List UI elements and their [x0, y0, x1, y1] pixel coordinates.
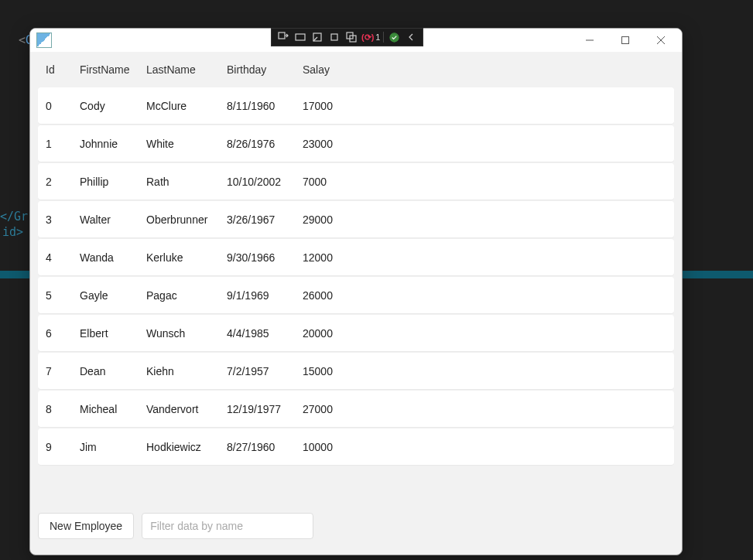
filter-input[interactable]: [142, 513, 313, 539]
cell-last: Kiehn: [146, 365, 227, 377]
collapse-toolbar-icon[interactable]: [402, 30, 419, 44]
col-header-firstname[interactable]: FirstName: [80, 63, 146, 76]
cell-salary: 27000: [303, 403, 365, 415]
toolbar-separator: [383, 32, 384, 43]
new-employee-button[interactable]: New Employee: [38, 513, 134, 539]
cell-birthday: 4/4/1985: [227, 327, 303, 340]
display-layout-icon[interactable]: [309, 30, 326, 44]
cell-salary: 7000: [303, 176, 365, 188]
svg-rect-1: [622, 37, 629, 44]
cell-salary: 10000: [303, 441, 365, 453]
cell-first: Elbert: [80, 327, 146, 340]
app-icon: [36, 32, 52, 48]
cell-salary: 20000: [303, 327, 365, 340]
table-row[interactable]: 5GaylePagac9/1/196926000: [38, 277, 674, 313]
vs-debug-toolbar[interactable]: (⟳)1: [271, 28, 423, 46]
maximize-button[interactable]: [608, 29, 643, 52]
col-header-id[interactable]: Id: [46, 63, 80, 76]
col-header-birthday[interactable]: Birthday: [227, 63, 303, 76]
svg-rect-4: [279, 32, 285, 39]
cell-last: Wunsch: [146, 327, 227, 340]
window-controls: [572, 29, 679, 52]
cell-birthday: 7/2/1957: [227, 365, 303, 377]
cell-first: Jim: [80, 441, 146, 453]
cell-salary: 17000: [303, 100, 365, 112]
cell-id: 9: [46, 441, 80, 453]
cell-birthday: 8/27/1960: [227, 441, 303, 453]
close-button[interactable]: [643, 29, 679, 52]
cell-last: Pagac: [146, 289, 227, 302]
svg-point-10: [390, 32, 399, 41]
svg-rect-7: [331, 34, 337, 40]
cell-id: 4: [46, 251, 80, 264]
cell-id: 5: [46, 289, 80, 302]
cell-id: 2: [46, 176, 80, 188]
cell-id: 7: [46, 365, 80, 377]
cell-birthday: 3/26/1967: [227, 213, 303, 226]
cell-salary: 12000: [303, 251, 365, 264]
table-row[interactable]: 4WandaKerluke9/30/196612000: [38, 239, 674, 275]
cell-birthday: 9/30/1966: [227, 251, 303, 264]
employee-table: Id FirstName LastName Birthday Salay 0Co…: [38, 52, 674, 466]
table-row[interactable]: 7DeanKiehn7/2/195715000: [38, 353, 674, 389]
table-row[interactable]: 8MichealVandervort12/19/197727000: [38, 391, 674, 427]
cell-first: Gayle: [80, 289, 146, 302]
cell-first: Wanda: [80, 251, 146, 264]
table-row[interactable]: 9JimHodkiewicz8/27/196010000: [38, 429, 674, 465]
svg-rect-5: [296, 34, 305, 40]
table-row[interactable]: 0CodyMcClure8/11/196017000: [38, 87, 674, 124]
cell-salary: 29000: [303, 213, 365, 226]
table-row[interactable]: 3WalterOberbrunner3/26/196729000: [38, 201, 674, 237]
cell-first: Cody: [80, 100, 146, 112]
toggle-selection-icon[interactable]: [343, 30, 360, 44]
cell-birthday: 9/1/1969: [227, 289, 303, 302]
cell-first: Johnnie: [80, 138, 146, 150]
cell-last: Kerluke: [146, 251, 227, 264]
cell-first: Phillip: [80, 176, 146, 188]
cell-first: Walter: [80, 213, 146, 226]
cell-id: 6: [46, 327, 80, 340]
col-header-lastname[interactable]: LastName: [146, 63, 227, 76]
cell-last: White: [146, 138, 227, 150]
cell-last: Rath: [146, 176, 227, 188]
cell-salary: 15000: [303, 365, 365, 377]
table-header-row: Id FirstName LastName Birthday Salay: [38, 52, 674, 87]
cell-last: McClure: [146, 100, 227, 112]
app-window: Id FirstName LastName Birthday Salay 0Co…: [29, 28, 683, 555]
table-row[interactable]: 6ElbertWunsch4/4/198520000: [38, 315, 674, 351]
cell-last: Oberbrunner: [146, 213, 227, 226]
cell-first: Dean: [80, 365, 146, 377]
bottom-bar: New Employee: [30, 504, 682, 555]
cell-id: 8: [46, 403, 80, 415]
cell-last: Hodkiewicz: [146, 441, 227, 453]
cell-birthday: 10/10/2002: [227, 176, 303, 188]
select-element-icon[interactable]: [292, 30, 309, 44]
track-focus-icon[interactable]: [326, 30, 343, 44]
cell-id: 1: [46, 138, 80, 150]
cell-salary: 23000: [303, 138, 365, 150]
live-visual-tree-icon[interactable]: [275, 30, 292, 44]
cell-last: Vandervort: [146, 403, 227, 415]
table-row[interactable]: 1JohnnieWhite8/26/197623000: [38, 125, 674, 162]
col-header-salary[interactable]: Salay: [303, 63, 365, 76]
cell-id: 3: [46, 213, 80, 226]
content-area: Id FirstName LastName Birthday Salay 0Co…: [30, 52, 682, 504]
status-ok-icon[interactable]: [385, 30, 402, 44]
minimize-button[interactable]: [572, 29, 608, 52]
table-body: 0CodyMcClure8/11/1960170001JohnnieWhite8…: [38, 87, 674, 466]
cell-birthday: 12/19/1977: [227, 403, 303, 415]
cell-id: 0: [46, 100, 80, 112]
code-gutter: </Gr id>: [0, 209, 28, 240]
cell-first: Micheal: [80, 403, 146, 415]
table-row[interactable]: 2PhillipRath10/10/20027000: [38, 163, 674, 200]
cell-salary: 26000: [303, 289, 365, 302]
cell-birthday: 8/11/1960: [227, 100, 303, 112]
cell-birthday: 8/26/1976: [227, 138, 303, 150]
hot-reload-icon[interactable]: (⟳)1: [360, 30, 382, 44]
